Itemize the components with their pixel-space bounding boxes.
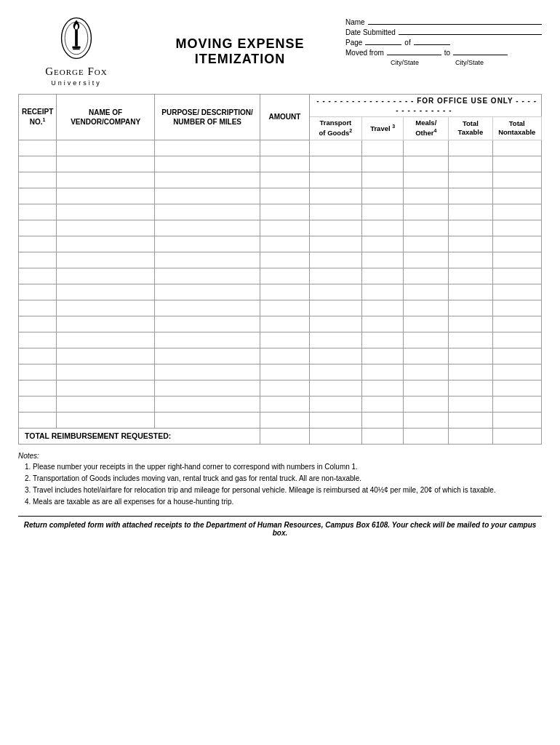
cell-row16-col9	[492, 380, 541, 396]
cell-row17-col4	[260, 396, 309, 412]
cell-row7-col4	[260, 236, 309, 252]
cell-row11-col6	[362, 300, 404, 316]
cell-row9-col4	[260, 268, 309, 284]
cell-row9-col3	[155, 268, 260, 284]
notes-section: Notes: Please number your receipts in th…	[18, 452, 542, 507]
cell-row5-col1	[19, 204, 57, 220]
cell-row3-col6	[362, 172, 404, 188]
table-row	[19, 140, 542, 156]
table-row	[19, 220, 542, 236]
table-row	[19, 252, 542, 268]
cell-row9-col8	[449, 268, 492, 284]
cell-row13-col7	[404, 332, 449, 348]
office-use-only-header: - - - - - - - - - - - - - - - - - FOR OF…	[309, 95, 541, 117]
cell-row13-col5	[309, 332, 362, 348]
university-logo	[57, 15, 95, 62]
cell-row9-col5	[309, 268, 362, 284]
table-row	[19, 268, 542, 284]
form-title-section: MOVING EXPENSE ITEMIZATION	[135, 15, 345, 67]
cell-row7-col3	[155, 236, 260, 252]
note-1: Please number your receipts in the upper…	[33, 462, 542, 472]
moved-from-line	[387, 55, 441, 55]
notes-label: Notes:	[18, 452, 542, 460]
date-label: Date Submitted	[345, 28, 396, 36]
cell-row6-col9	[492, 220, 541, 236]
university-subtitle: University	[51, 79, 102, 87]
cell-row5-col6	[362, 204, 404, 220]
table-row	[19, 156, 542, 172]
expense-table: RECEIPTNO.1 NAME OF VENDOR/COMPANY PURPO…	[18, 94, 542, 445]
cell-row4-col1	[19, 188, 57, 204]
cell-row8-col4	[260, 252, 309, 268]
cell-row5-col8	[449, 204, 492, 220]
col-header-taxable: TotalTaxable	[449, 117, 492, 140]
cell-row16-col8	[449, 380, 492, 396]
cell-row17-col2	[57, 396, 155, 412]
cell-row10-col5	[309, 284, 362, 300]
cell-row17-col1	[19, 396, 57, 412]
note-4: Meals are taxable as are all expenses fo…	[33, 497, 542, 507]
cell-row4-col5	[309, 188, 362, 204]
cell-row18-col7	[404, 412, 449, 428]
cell-row18-col3	[155, 412, 260, 428]
cell-row14-col6	[362, 348, 404, 364]
cell-row8-col7	[404, 252, 449, 268]
cell-row8-col9	[492, 252, 541, 268]
cell-row7-col6	[362, 236, 404, 252]
cell-row1-col5	[309, 140, 362, 156]
cell-row12-col2	[57, 316, 155, 332]
col-header-purpose: PURPOSE/ DESCRIPTION/ NUMBER OF MILES	[155, 95, 260, 140]
cell-row12-col8	[449, 316, 492, 332]
cell-row2-col7	[404, 156, 449, 172]
cell-row7-col5	[309, 236, 362, 252]
total-label: TOTAL REIMBURSEMENT REQUESTED:	[19, 428, 260, 444]
cell-row11-col5	[309, 300, 362, 316]
table-row	[19, 348, 542, 364]
footer-text: Return completed form with attached rece…	[18, 516, 542, 537]
page-header: George Fox University MOVING EXPENSE ITE…	[18, 15, 542, 87]
cell-row13-col4	[260, 332, 309, 348]
cell-row18-col6	[362, 412, 404, 428]
cell-row3-col7	[404, 172, 449, 188]
cell-row17-col3	[155, 396, 260, 412]
cell-row14-col4	[260, 348, 309, 364]
cell-row2-col5	[309, 156, 362, 172]
notes-list: Please number your receipts in the upper…	[33, 462, 542, 507]
cell-row5-col5	[309, 204, 362, 220]
table-row	[19, 204, 542, 220]
cell-row13-col6	[362, 332, 404, 348]
note-3: Travel includes hotel/airfare for reloca…	[33, 485, 542, 495]
cell-row16-col3	[155, 380, 260, 396]
cell-row5-col9	[492, 204, 541, 220]
table-row	[19, 300, 542, 316]
cell-row18-col4	[260, 412, 309, 428]
cell-row2-col3	[155, 156, 260, 172]
to-label: to	[444, 49, 450, 57]
form-title: MOVING EXPENSE ITEMIZATION	[135, 36, 345, 67]
logo-section: George Fox University	[18, 15, 135, 87]
cell-row1-col6	[362, 140, 404, 156]
cell-row18-col1	[19, 412, 57, 428]
cell-row10-col7	[404, 284, 449, 300]
cell-row16-col7	[404, 380, 449, 396]
cell-row10-col3	[155, 284, 260, 300]
university-name: George Fox	[45, 65, 107, 78]
cell-row6-col7	[404, 220, 449, 236]
cell-row12-col6	[362, 316, 404, 332]
cell-row4-col3	[155, 188, 260, 204]
table-row	[19, 412, 542, 428]
header-fields: Name Date Submitted Page of Moved from t…	[345, 15, 542, 66]
table-row	[19, 316, 542, 332]
table-row	[19, 172, 542, 188]
svg-rect-2	[75, 29, 78, 46]
total-row: TOTAL REIMBURSEMENT REQUESTED:	[19, 428, 542, 444]
meals-superscript: 4	[434, 128, 437, 133]
cell-row11-col4	[260, 300, 309, 316]
col-header-travel: Travel 3	[362, 117, 404, 140]
col-header-meals: Meals/Other4	[404, 117, 449, 140]
cell-row15-col9	[492, 364, 541, 380]
cell-row6-col6	[362, 220, 404, 236]
cell-row10-col9	[492, 284, 541, 300]
cell-row3-col4	[260, 172, 309, 188]
cell-row2-col6	[362, 156, 404, 172]
